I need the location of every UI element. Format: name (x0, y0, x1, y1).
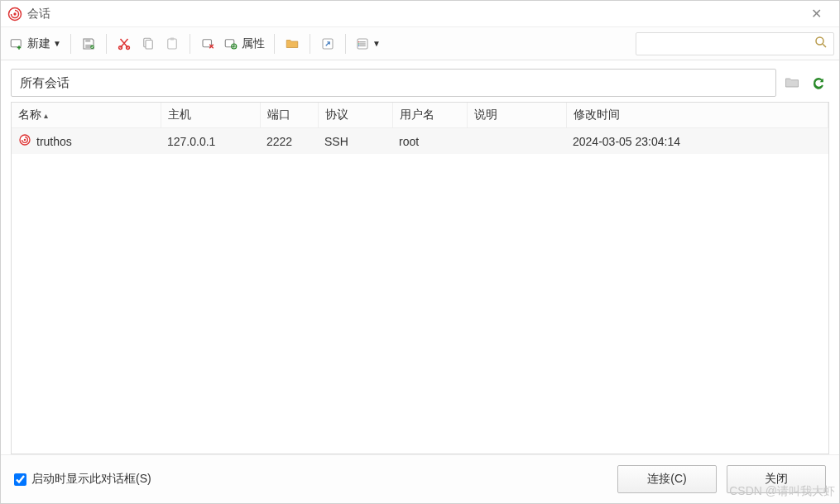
startup-checkbox[interactable]: 启动时显示此对话框(S) (14, 472, 151, 487)
window-close-button[interactable]: ✕ (799, 6, 833, 22)
svg-rect-10 (168, 39, 177, 49)
new-button-label: 新建 (27, 36, 50, 51)
cell-protocol: SSH (318, 128, 392, 155)
table-empty-area (12, 154, 828, 454)
new-button[interactable]: 新建 ▼ (6, 32, 65, 55)
close-button[interactable]: 关闭 (727, 465, 826, 493)
cell-name: truthos (36, 135, 72, 148)
toolbar: 新建 ▼ 属性 ▼ (1, 27, 839, 60)
dropdown-caret-icon: ▼ (372, 39, 381, 48)
open-folder-icon-button[interactable] (281, 32, 304, 55)
separator (190, 34, 190, 54)
window-title: 会话 (27, 7, 799, 22)
paste-icon-button[interactable] (161, 32, 184, 55)
save-icon-button[interactable] (77, 32, 100, 55)
svg-point-18 (358, 43, 360, 45)
col-protocol[interactable]: 协议 (318, 103, 392, 128)
svg-rect-3 (85, 39, 90, 42)
separator (70, 34, 71, 54)
col-name[interactable]: 名称 (12, 103, 161, 128)
svg-rect-11 (170, 37, 175, 40)
session-table: 名称 主机 端口 协议 用户名 说明 修改时间 truthos (11, 102, 829, 454)
search-icon[interactable] (814, 35, 828, 52)
svg-point-1 (13, 12, 16, 15)
cell-desc (467, 128, 566, 155)
dropdown-caret-icon: ▼ (53, 39, 61, 48)
shortcut-icon-button[interactable] (316, 32, 339, 55)
cell-host: 127.0.0.1 (161, 128, 260, 155)
startup-checkbox-label: 启动时显示此对话框(S) (31, 472, 151, 487)
svg-point-20 (816, 37, 823, 45)
session-icon (18, 133, 31, 149)
properties-button[interactable]: 属性 (220, 32, 268, 55)
col-desc[interactable]: 说明 (467, 103, 566, 128)
search-box[interactable] (636, 32, 834, 55)
path-bar: 所有会话 (11, 69, 829, 97)
svg-rect-9 (146, 40, 152, 49)
col-user[interactable]: 用户名 (392, 103, 467, 128)
svg-rect-13 (225, 39, 234, 46)
separator (345, 34, 346, 54)
separator (310, 34, 310, 54)
path-text: 所有会话 (20, 75, 70, 91)
separator (274, 34, 275, 54)
footer: 启动时显示此对话框(S) 连接(C) 关闭 (1, 454, 839, 503)
titlebar: 会话 ✕ (1, 1, 839, 27)
cell-modified: 2024-03-05 23:04:14 (566, 128, 828, 155)
svg-point-17 (358, 41, 360, 43)
app-icon (7, 7, 22, 22)
delete-icon-button[interactable] (196, 32, 219, 55)
cut-icon-button[interactable] (113, 32, 136, 55)
svg-point-22 (24, 139, 26, 141)
properties-label: 属性 (242, 36, 265, 51)
table-row[interactable]: truthos 127.0.0.1 2222 SSH root 2024-03-… (12, 128, 828, 155)
separator (106, 34, 107, 54)
col-host[interactable]: 主机 (161, 103, 260, 128)
startup-checkbox-input[interactable] (14, 473, 26, 486)
col-modified[interactable]: 修改时间 (566, 103, 828, 128)
connect-button[interactable]: 连接(C) (617, 465, 717, 493)
col-port[interactable]: 端口 (260, 103, 318, 128)
new-folder-icon-button[interactable] (781, 72, 803, 94)
path-input[interactable]: 所有会话 (11, 69, 776, 97)
search-input[interactable] (641, 37, 814, 50)
cell-user: root (392, 128, 467, 155)
copy-icon-button[interactable] (137, 32, 160, 55)
cell-port: 2222 (260, 128, 318, 155)
svg-point-19 (358, 45, 360, 46)
table-header-row: 名称 主机 端口 协议 用户名 说明 修改时间 (12, 103, 828, 128)
list-view-button[interactable]: ▼ (352, 32, 384, 55)
refresh-icon-button[interactable] (808, 72, 829, 94)
